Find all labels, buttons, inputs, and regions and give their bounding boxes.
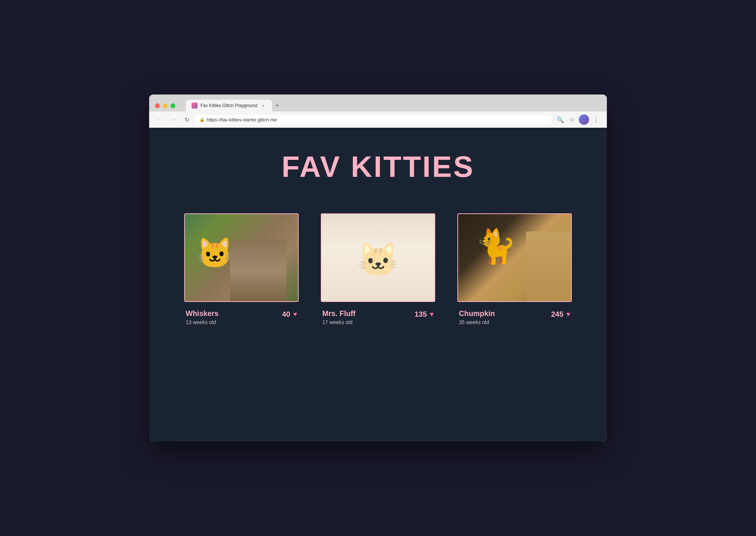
kitty-image-mrs-fluff[interactable]	[321, 213, 435, 302]
site-title: FAV KITTIES	[282, 150, 475, 184]
tab-title-label: Fav Kitties Glitch Playground	[200, 103, 257, 108]
kitty-name-age-mrs-fluff: Mrs. Fluff 17 weeks old	[322, 309, 355, 325]
kitty-photo-whiskers	[185, 214, 298, 301]
kitty-age-label-chumpkin: 35 weeks old	[459, 319, 495, 325]
website-content: FAV KITTIES Whiskers 13 weeks old 40 ♥	[149, 128, 607, 441]
maximize-button[interactable]	[171, 103, 175, 108]
kitty-name-label-mrs-fluff: Mrs. Fluff	[322, 309, 355, 318]
kitty-name-label-whiskers: Whiskers	[186, 309, 219, 318]
kitty-photo-mrs-fluff	[322, 214, 434, 301]
kitty-card-chumpkin: Chumpkin 35 weeks old 245 ♥	[457, 213, 572, 325]
address-bar[interactable]: 🔒 https://fav-kitties-starter.glitch.me	[195, 115, 552, 124]
kitty-age-label-mrs-fluff: 17 weeks old	[322, 319, 355, 325]
heart-icon-whiskers: ♥	[293, 310, 297, 318]
kitty-age-label-whiskers: 13 weeks old	[186, 319, 219, 325]
tab-close-button[interactable]: ×	[260, 103, 266, 109]
kitty-card-whiskers: Whiskers 13 weeks old 40 ♥	[184, 213, 299, 325]
kitty-name-age-chumpkin: Chumpkin 35 weeks old	[459, 309, 495, 325]
tab-favicon	[192, 103, 197, 109]
browser-titlebar: Fav Kitties Glitch Playground × +	[149, 95, 607, 111]
heart-icon-mrs-fluff: ♥	[430, 310, 434, 318]
browser-chrome: Fav Kitties Glitch Playground × + ← → ↻ …	[149, 95, 607, 128]
back-button[interactable]: ←	[155, 114, 165, 125]
lock-icon: 🔒	[199, 117, 205, 122]
new-tab-button[interactable]: +	[272, 100, 282, 111]
kitty-name-label-chumpkin: Chumpkin	[459, 309, 495, 318]
browser-addressbar: ← → ↻ 🔒 https://fav-kitties-starter.glit…	[149, 111, 607, 128]
bookmark-button[interactable]: ☆	[567, 114, 577, 125]
address-text: https://fav-kitties-starter.glitch.me	[207, 117, 277, 123]
search-icon-button[interactable]: 🔍	[555, 114, 566, 125]
reload-button[interactable]: ↻	[182, 114, 192, 125]
close-button[interactable]	[155, 103, 160, 108]
kitty-votes-chumpkin[interactable]: 245 ♥	[551, 309, 570, 319]
kitty-image-chumpkin[interactable]	[457, 213, 572, 302]
kitty-info-chumpkin: Chumpkin 35 weeks old 245 ♥	[457, 309, 572, 325]
kitty-votes-mrs-fluff[interactable]: 135 ♥	[415, 309, 434, 319]
vote-count-chumpkin: 245	[551, 310, 563, 319]
user-avatar[interactable]	[579, 114, 589, 125]
kitty-card-mrs-fluff: Mrs. Fluff 17 weeks old 135 ♥	[321, 213, 435, 325]
vote-count-whiskers: 40	[282, 310, 290, 319]
forward-button[interactable]: →	[168, 114, 179, 125]
kitty-votes-whiskers[interactable]: 40 ♥	[282, 309, 297, 319]
browser-tabs: Fav Kitties Glitch Playground × +	[186, 100, 282, 111]
menu-button[interactable]: ⋮	[591, 114, 601, 125]
vote-count-mrs-fluff: 135	[415, 310, 427, 319]
kitty-image-whiskers[interactable]	[184, 213, 299, 302]
minimize-button[interactable]	[163, 103, 168, 108]
kitty-photo-chumpkin	[458, 214, 571, 301]
active-tab[interactable]: Fav Kitties Glitch Playground ×	[186, 100, 272, 111]
traffic-lights	[155, 103, 175, 108]
toolbar-right: 🔍 ☆ ⋮	[555, 114, 601, 125]
kitty-name-age-whiskers: Whiskers 13 weeks old	[186, 309, 219, 325]
kitties-grid: Whiskers 13 weeks old 40 ♥ Mrs. Fluff	[184, 213, 572, 325]
browser-window: Fav Kitties Glitch Playground × + ← → ↻ …	[149, 95, 607, 441]
kitty-info-mrs-fluff: Mrs. Fluff 17 weeks old 135 ♥	[321, 309, 435, 325]
heart-icon-chumpkin: ♥	[566, 310, 570, 318]
kitty-info-whiskers: Whiskers 13 weeks old 40 ♥	[184, 309, 299, 325]
